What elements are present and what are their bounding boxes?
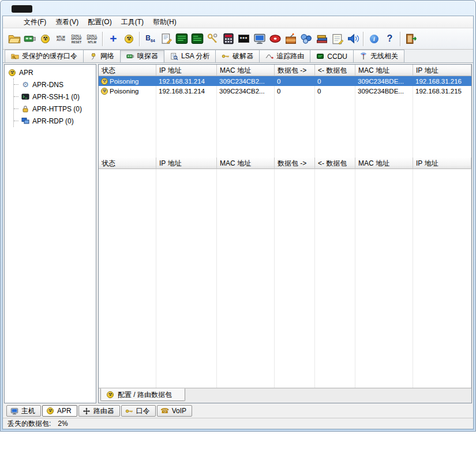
tree-item-apr-ssh1[interactable]: APR-SSH-1 (0) [14,91,95,103]
tree-item-apr-rdp[interactable]: APR-RDP (0) [14,115,95,127]
voip-playback-button[interactable] [345,31,361,47]
cell [355,199,413,208]
help-button[interactable]: ? [382,31,398,47]
tab-lsa-secrets[interactable]: LSA 分析 [164,50,216,62]
dictionary-manager-button[interactable] [314,31,329,47]
tab-ccdu[interactable]: CCDU [310,50,354,62]
tab-wireless[interactable]: 无线相关 [353,50,404,62]
cisco-type7-decoder-button[interactable] [158,31,174,47]
asterisks-revealer-button[interactable]: *** [236,31,252,47]
column-header-6[interactable]: IP 地址 [413,65,471,76]
tree-item-apr-https[interactable]: APR-HTTPS (0) [14,103,95,115]
cell [217,125,275,135]
cell [315,346,355,355]
column-header-3[interactable]: 数据包 -> [275,65,315,76]
toolbar-separator [102,32,103,46]
cell: 192.168.31.216 [413,76,471,86]
titlebar[interactable] [2,1,474,16]
bottomtab-apr[interactable]: ☢APR [42,405,77,417]
apr-row[interactable]: ☢Poisoning192.168.31.214309C234CB2...003… [99,86,471,96]
cell [355,179,413,189]
apr-row[interactable]: ☢Poisoning192.168.31.214309C234CB2...003… [99,76,471,86]
column-header-4[interactable]: <- 数据包 [315,158,355,169]
bottomtab-label: 口令 [136,406,150,416]
cell [156,248,217,257]
syskey-decoder-button[interactable] [205,31,220,47]
cell [99,326,156,336]
column-header-4[interactable]: <- 数据包 [315,65,355,76]
about-button[interactable]: i [366,31,382,47]
column-header-1[interactable]: IP 地址 [156,65,217,76]
empty-row [99,248,471,257]
cell: 0 [315,86,355,96]
chall-spoof-reset-toggle-icon: CHALLSPOOFRESET [70,33,83,44]
start-stop-apr-button[interactable]: ☢ [38,31,53,47]
app-icon[interactable] [12,5,32,13]
cell [275,228,315,238]
menu-help[interactable]: 帮助(H) [148,16,181,28]
menu-tools[interactable]: 工具(T) [117,16,148,28]
cell [275,218,315,228]
tab-network[interactable]: 网络 [83,50,121,62]
cell [156,208,217,218]
column-header-3[interactable]: 数据包 -> [275,158,315,169]
cell [156,115,217,125]
column-header-0[interactable]: 状态 [99,158,156,169]
column-header-6[interactable]: IP 地址 [413,158,471,169]
ntlm-auth-toggle-button[interactable]: NTLMAUTH [53,31,69,47]
cell [156,297,217,306]
menu-configure[interactable]: 配置(O) [83,16,116,28]
cell: 309C234CB2... [217,86,275,96]
column-header-2[interactable]: MAC 地址 [217,158,275,169]
cell [315,238,355,248]
add-to-list-button[interactable]: + [106,31,121,47]
tree-item-apr[interactable]: ☢APR [6,66,95,78]
cd-decoder-button[interactable] [267,31,283,47]
tab-traceroute[interactable]: 追踪路由 [259,50,310,62]
column-header-5[interactable]: MAC 地址 [355,158,413,169]
bottomtab-hosts[interactable]: 主机 [6,405,41,417]
bottomtab-passwords[interactable]: 口令 [121,405,156,417]
securid-calculator-icon [222,33,235,44]
cell [99,277,156,287]
menu-file[interactable]: 文件(F) [19,16,51,28]
empty-row [99,297,471,306]
tab-label: 无线相关 [370,51,398,61]
cell: 0 [275,86,315,96]
chall-spoof-ntlm-toggle-button[interactable]: CHALLSPOOFNTLM [84,31,100,47]
column-header-1[interactable]: IP 地址 [156,158,217,169]
apr-config-button[interactable]: ☢ [121,31,137,47]
empty-row [99,145,471,155]
hash-calculator-button[interactable] [298,31,314,47]
tab-protected-storage[interactable]: 受保护的缓存口令 [5,50,84,62]
remote-console-button[interactable] [252,31,267,47]
cell [99,208,156,218]
tree-item-apr-dns[interactable]: ⚙APR-DNS [14,78,95,91]
chall-spoof-reset-toggle-button[interactable]: CHALLSPOOFRESET [69,31,84,47]
column-header-2[interactable]: MAC 地址 [217,65,275,76]
wireless-password-decoder-button[interactable] [189,31,205,47]
tab-sniffer[interactable]: 嗅探器 [120,50,164,62]
empty-row [99,316,471,326]
vnc-password-decoder-button[interactable] [174,31,189,47]
base64-decoder-button[interactable]: B64 [143,31,158,47]
key-icon [125,407,133,415]
bottomtab-voip[interactable]: ☎VoIP [157,405,192,417]
open-folder-button[interactable] [6,31,22,47]
cell [355,277,413,287]
notes-button[interactable] [329,31,345,47]
column-header-5[interactable]: MAC 地址 [355,65,413,76]
securid-calculator-button[interactable] [220,31,236,47]
bottomtab-routers[interactable]: 路由器 [78,405,120,417]
column-header-0[interactable]: 状态 [99,65,156,76]
tab-cracker[interactable]: 破解器 [215,50,260,62]
abel-service-button[interactable] [283,31,298,47]
empty-row [99,238,471,248]
menu-view[interactable]: 查看(V) [51,16,83,28]
cell [156,375,217,385]
cell [355,375,413,385]
cell [156,135,217,145]
start-stop-sniffer-button[interactable] [22,31,38,47]
subtab-configuration-routed-packets[interactable]: ☢配置 / 路由数据包 [100,388,185,401]
exit-button[interactable] [403,31,419,47]
